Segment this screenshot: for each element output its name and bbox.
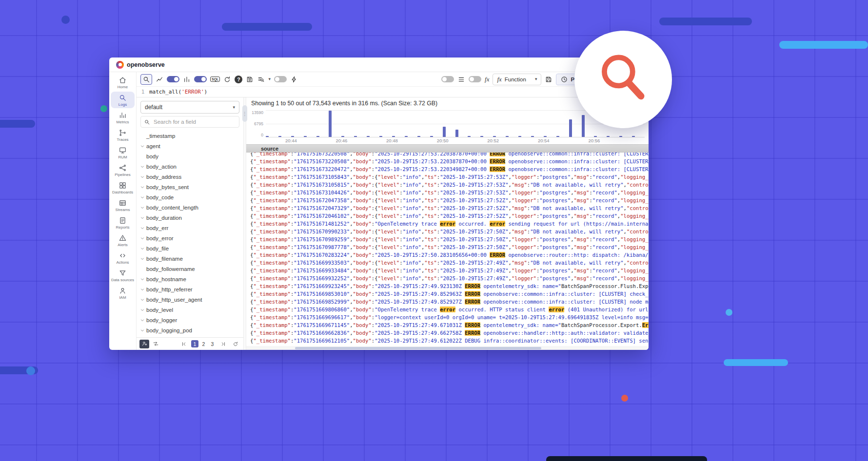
histogram-plot: [266, 110, 645, 137]
sidebar-item-data-sources[interactable]: Data sources: [111, 267, 135, 284]
log-row[interactable]: {"_timestamp":"1761751673220508","body":…: [246, 157, 649, 165]
y-tick: 13590: [252, 110, 263, 115]
field-item-body_logging_pod[interactable]: body_logging_pod: [138, 325, 242, 335]
log-row[interactable]: {"_timestamp":"1761751669933484","body":…: [246, 267, 649, 274]
search-mode-button[interactable]: [140, 74, 152, 85]
field-item-body_file[interactable]: body_file: [138, 243, 242, 253]
log-row[interactable]: {"_timestamp":"1761751670987778","body":…: [246, 243, 649, 251]
sidebar-item-home[interactable]: Home: [111, 74, 135, 91]
field-item-body_error[interactable]: body_error: [138, 233, 242, 243]
field-item-body_code[interactable]: body_code: [138, 192, 242, 202]
log-row[interactable]: {"_timestamp":"1761751669612105","body":…: [246, 337, 649, 345]
sql-mode-toggle[interactable]: [194, 76, 207, 82]
decor-bar: [659, 18, 752, 25]
field-item-body_http_user_agent[interactable]: body_http_user_agent: [138, 294, 242, 305]
log-row[interactable]: {"_timestamp":"1761751673220472","body":…: [246, 165, 649, 173]
log-row[interactable]: {"_timestamp":"1761751672047329","body":…: [246, 204, 649, 212]
search-history-icon[interactable]: [257, 76, 265, 83]
query-line-number: 1: [137, 89, 149, 95]
sidebar-item-streams[interactable]: Streams: [111, 197, 135, 213]
field-item-body_level[interactable]: body_level: [138, 305, 242, 315]
log-row[interactable]: {"_timestamp":"1761751669662836","body":…: [246, 329, 649, 337]
first-page-button[interactable]: [179, 340, 189, 348]
log-row[interactable]: {"_timestamp":"1761751669852999","body":…: [246, 298, 649, 306]
sidebar-item-alerts[interactable]: Alerts: [111, 232, 135, 249]
page-button-3[interactable]: 3: [209, 340, 216, 347]
user-icon: [141, 341, 148, 347]
line-chart-icon[interactable]: [156, 76, 163, 83]
field-item-body_duration[interactable]: body_duration: [138, 212, 242, 223]
refresh-results-button[interactable]: [231, 340, 240, 348]
page-button-1[interactable]: 1: [191, 340, 198, 347]
sidebar-item-logs[interactable]: Logs: [111, 92, 135, 108]
log-row[interactable]: {"_timestamp":"1761751672046102","body":…: [246, 212, 649, 220]
field-item-body_hostname[interactable]: body_hostname: [138, 274, 242, 284]
clock-icon: [560, 76, 568, 83]
sidebar-item-dashboards[interactable]: Dashboards: [111, 179, 135, 196]
log-row[interactable]: {"_timestamp":"1761751669933503","body":…: [246, 259, 649, 267]
decor-bar: [0, 120, 35, 128]
refresh-icon[interactable]: [223, 76, 231, 83]
log-row[interactable]: {"_timestamp":"1761751669932252","body":…: [246, 274, 649, 282]
sidebar-item-iam[interactable]: IAM: [111, 285, 135, 301]
log-row[interactable]: {"_timestamp":"1761751669671145","body":…: [246, 321, 649, 329]
field-item-_timestamp[interactable]: _timestamp: [138, 131, 242, 141]
log-row[interactable]: {"_timestamp":"1761751669806860","body":…: [246, 306, 649, 313]
sidebar-item-actions[interactable]: Actions: [111, 250, 135, 266]
function-dropdown[interactable]: fx Function ▾: [493, 74, 541, 85]
last-page-button[interactable]: [218, 340, 228, 348]
log-row[interactable]: {"_timestamp":"1761751669923245","body":…: [246, 282, 649, 290]
histogram-y-axis: 13590 6795 0: [248, 110, 266, 137]
log-row[interactable]: {"_timestamp":"1761751670990233","body":…: [246, 228, 649, 235]
sidebar-item-reports[interactable]: Reports: [111, 214, 135, 231]
log-row[interactable]: {"_timestamp":"1761751669696617","body":…: [246, 313, 649, 321]
log-row[interactable]: {"_timestamp":"1761751673105815","body":…: [246, 181, 649, 189]
horizontal-scrollbar[interactable]: [246, 346, 649, 350]
query-editor[interactable]: 1 match_all('ERROR'): [137, 87, 649, 97]
decor-bar: [724, 359, 788, 366]
field-item-body_err[interactable]: body_err: [138, 223, 242, 233]
quick-mode-toggle[interactable]: [274, 76, 287, 82]
page-button-2[interactable]: 2: [200, 340, 207, 347]
wrap-lines-toggle[interactable]: [441, 76, 454, 82]
sidebar-item-rum[interactable]: RUM: [111, 144, 135, 161]
log-row[interactable]: {"_timestamp":"1761751673220508","body":…: [246, 153, 649, 157]
log-row[interactable]: {"_timestamp":"1761751670989259","body":…: [246, 235, 649, 243]
chevron-down-icon: [139, 194, 145, 200]
field-item-body_http_referrer[interactable]: body_http_referrer: [138, 284, 242, 294]
field-item-body_address[interactable]: body_address: [138, 172, 242, 182]
field-item-body_followername[interactable]: body_followername: [138, 264, 242, 274]
field-item-agent[interactable]: agent: [138, 141, 242, 151]
panel-splitter[interactable]: [244, 97, 246, 350]
swap-columns-button[interactable]: [151, 340, 160, 348]
search-options-caret-icon[interactable]: ▾: [268, 77, 271, 81]
save-function-icon[interactable]: [545, 76, 552, 83]
field-item-body[interactable]: body: [138, 151, 242, 161]
field-item-body_logger[interactable]: body_logger: [138, 315, 242, 325]
sidebar-item-metrics[interactable]: Metrics: [111, 109, 135, 126]
sidebar-item-pipelines[interactable]: Pipelines: [111, 162, 135, 178]
log-row[interactable]: {"_timestamp":"1761751673105843","body":…: [246, 173, 649, 181]
histogram-bar: [544, 136, 547, 137]
field-item-body_action[interactable]: body_action: [138, 161, 242, 172]
splitter-grip[interactable]: [242, 105, 247, 122]
table-settings-button[interactable]: [139, 340, 149, 348]
log-row[interactable]: {"_timestamp":"1761751669853010","body":…: [246, 290, 649, 298]
log-row[interactable]: {"_timestamp":"1761751672047358","body":…: [246, 196, 649, 204]
log-row[interactable]: {"_timestamp":"1761751671481252","body":…: [246, 220, 649, 228]
sidebar-item-traces[interactable]: Traces: [111, 127, 135, 143]
source-column-header[interactable]: source: [246, 144, 649, 153]
field-item-body_bytes_sent[interactable]: body_bytes_sent: [138, 182, 242, 192]
histogram-toggle[interactable]: [167, 76, 179, 82]
sidebar-item-label: Reports: [116, 225, 129, 230]
log-row[interactable]: {"_timestamp":"1761751670283224","body":…: [246, 251, 649, 259]
field-item-body_filename[interactable]: body_filename: [138, 253, 242, 264]
function-editor-toggle[interactable]: [469, 76, 481, 82]
stream-select[interactable]: default ▾: [140, 101, 239, 114]
help-icon[interactable]: ?: [235, 76, 242, 83]
scrollbar-thumb[interactable]: [295, 347, 541, 349]
field-search-input[interactable]: [153, 118, 236, 125]
log-row[interactable]: {"_timestamp":"1761751673104426","body":…: [246, 189, 649, 196]
saved-search-icon[interactable]: [246, 76, 254, 83]
field-item-body_content_length[interactable]: body_content_length: [138, 202, 242, 212]
